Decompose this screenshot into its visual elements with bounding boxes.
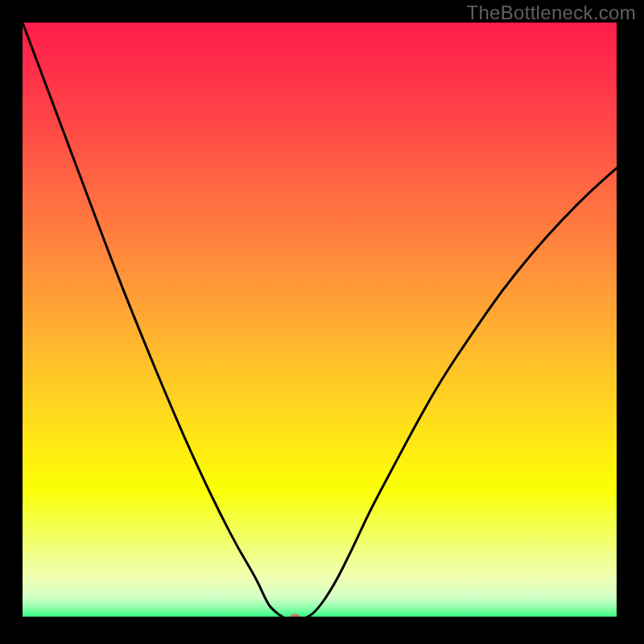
gradient-background <box>23 23 621 621</box>
watermark-text: TheBottleneck.com <box>466 2 636 24</box>
inner-border-bottom <box>23 617 621 621</box>
plot-area <box>23 23 621 621</box>
chart-frame: TheBottleneck.com <box>0 0 644 644</box>
chart-svg <box>23 23 621 621</box>
inner-border-right <box>617 23 621 621</box>
